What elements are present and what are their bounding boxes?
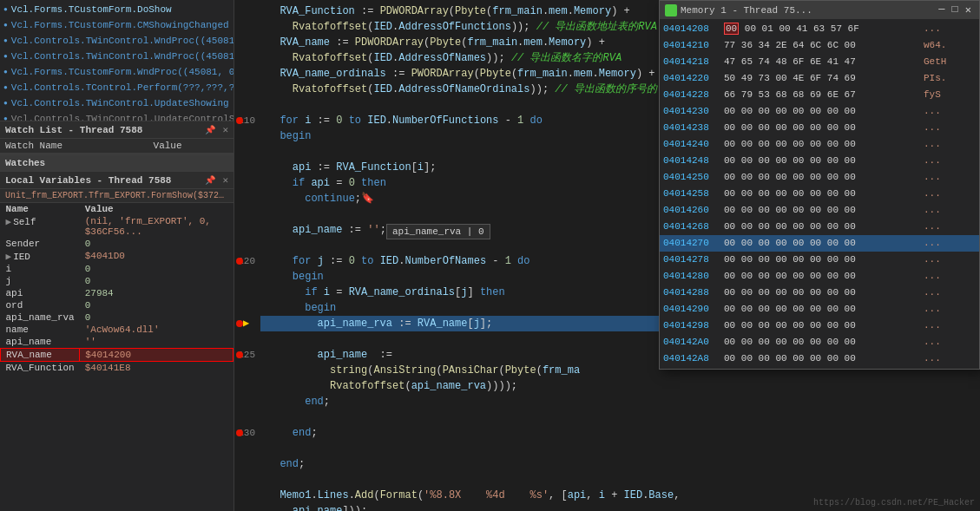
memory-ascii: ...: [924, 219, 976, 234]
local-name-cell: Name: [1, 203, 80, 215]
memory-bytes: 00 00 00 00 00 00 00 00: [724, 285, 924, 300]
memory-icon: [665, 4, 677, 16]
memory-address: 04014250: [663, 170, 724, 185]
line-gutter: [234, 456, 260, 472]
memory-titlebar-left: Memory 1 - Thread 75...: [665, 4, 812, 16]
code-content: end;: [260, 425, 980, 441]
memory-row[interactable]: 0401423000 00 00 00 00 00 00 00...: [660, 103, 979, 120]
call-stack-item[interactable]: Vcl.Forms.TCustomForm.DoShow: [0, 2, 233, 17]
local-name-cell: ▶Self: [1, 215, 80, 238]
locals-pin-icon[interactable]: 📌: [205, 175, 215, 186]
line-gutter: [234, 3, 260, 19]
memory-row[interactable]: 0401422866 79 53 68 68 69 6E 67fyS: [660, 87, 979, 103]
memory-ascii: ...: [924, 104, 976, 119]
local-value-cell: 0: [80, 299, 233, 311]
memory-minimize-button[interactable]: ─: [936, 3, 947, 16]
memory-ascii: ...: [924, 318, 976, 333]
watch-close-icon[interactable]: ✕: [222, 124, 228, 135]
call-stack-item[interactable]: Vcl.Forms.TCustomForm.WndProc((45081, 0,…: [0, 64, 233, 80]
memory-controls: ─ □ ✕: [936, 3, 974, 16]
call-stack-item[interactable]: Vcl.Forms.TCustomForm.CMShowingChanged: [0, 17, 233, 33]
left-panel: Vcl.Forms.TCustomForm.DoShow Vcl.Forms.T…: [0, 0, 234, 511]
line-gutter: [234, 82, 260, 97]
locals-subtitle: Unit_frm_EXPORT.Tfrm_EXPORT.FormShow($37…: [5, 191, 229, 200]
memory-row[interactable]: 0401426800 00 00 00 00 00 00 00...: [660, 219, 979, 235]
call-stack-item[interactable]: Vcl.Controls.TControl.Perform(???,???,??…: [0, 80, 233, 95]
code-area[interactable]: RVA_Function := PDWORDArray(Pbyte(frm_ma…: [234, 0, 980, 511]
memory-address: 04014220: [663, 71, 724, 86]
call-stack-item[interactable]: Vcl.Controls.TWinControl.UpdateControlSt…: [0, 111, 233, 121]
memory-bytes: 77 36 34 2E 64 6C 6C 00: [724, 38, 924, 53]
memory-close-button[interactable]: ✕: [963, 3, 974, 16]
pin-icon[interactable]: 📌: [205, 125, 215, 135]
watch-list-title: Watch List - Thread 7588: [5, 125, 142, 135]
memory-row[interactable]: 0401426000 00 00 00 00 00 00 00...: [660, 202, 979, 219]
watches-label: Watches: [0, 154, 233, 172]
call-stack-item[interactable]: Vcl.Controls.TWinControl.WndProc((45081,…: [0, 33, 233, 49]
memory-row[interactable]: 0401424800 00 00 00 00 00 00 00...: [660, 153, 979, 169]
line-gutter: [234, 144, 260, 160]
local-value-cell: 'AcWow64.dll': [80, 324, 233, 336]
memory-row[interactable]: 0401427800 00 00 00 00 00 00 00...: [660, 252, 979, 268]
code-line: end;: [234, 456, 980, 472]
local-value-cell: Value: [80, 203, 233, 215]
memory-window[interactable]: Memory 1 - Thread 75... ─ □ ✕ 0401420800…: [659, 0, 980, 370]
breakpoint-dot[interactable]: [236, 117, 243, 124]
code-content: [260, 409, 980, 425]
memory-row[interactable]: 0401427000 00 00 00 00 00 00 00...: [660, 235, 979, 252]
memory-row[interactable]: 0401425800 00 00 00 00 00 00 00...: [660, 186, 979, 202]
memory-row[interactable]: 040142A800 00 00 00 00 00 00 00...: [660, 350, 979, 367]
memory-row[interactable]: 0401423800 00 00 00 00 00 00 00...: [660, 120, 979, 136]
memory-bytes: 00 00 00 00 00 00 00 00: [724, 203, 924, 218]
memory-bytes: 00 00 00 00 00 00 00 00: [724, 170, 924, 185]
memory-ascii: ...: [924, 170, 976, 185]
breakpoint-dot[interactable]: [236, 258, 243, 265]
memory-ascii: ...: [924, 285, 976, 300]
local-value-cell: $40141E8: [80, 362, 233, 375]
memory-row[interactable]: 0401429800 00 00 00 00 00 00 00...: [660, 318, 979, 334]
memory-bytes: 00 00 00 00 00 00 00 00: [724, 187, 924, 201]
memory-row[interactable]: 0401424000 00 00 00 00 00 00 00...: [660, 136, 979, 153]
line-gutter: 125: [234, 347, 260, 363]
line-gutter: [234, 285, 260, 300]
memory-bytes: 00 00 00 00 00 00 00 00: [724, 302, 924, 317]
local-value-cell: 0: [80, 263, 233, 275]
memory-title: Memory 1 - Thread 75...: [681, 5, 812, 16]
memory-address: 04014230: [663, 104, 724, 119]
locals-panel: Local Variables - Thread 7588 📌 ✕ Unit_f…: [0, 172, 233, 511]
code-line: Rvatofoffset(api_name_rva))));: [234, 378, 980, 394]
call-stack-item[interactable]: Vcl.Controls.TWinControl.UpdateShowing: [0, 95, 233, 111]
call-stack-item[interactable]: Vcl.Controls.TWinControl.WndProc((45081,…: [0, 49, 233, 64]
line-gutter: [234, 206, 260, 222]
breakpoint-dot[interactable]: [236, 320, 243, 327]
code-content: Rvatofoffset(api_name_rva))));: [260, 378, 980, 394]
memory-row[interactable]: 040142A000 00 00 00 00 00 00 00...: [660, 334, 979, 350]
memory-row[interactable]: 0401421077 36 34 2E 64 6C 6C 00w64.: [660, 37, 979, 54]
memory-restore-button[interactable]: □: [950, 3, 961, 16]
memory-row[interactable]: 0401428000 00 00 00 00 00 00 00...: [660, 268, 979, 285]
memory-bytes: 00 00 00 00 00 00 00 00: [724, 351, 924, 366]
memory-ascii: ...: [924, 137, 976, 152]
memory-row[interactable]: 0401422050 49 73 00 4E 6F 74 69PIs.: [660, 70, 979, 87]
breakpoint-dot[interactable]: [236, 429, 243, 436]
local-value-cell: $4041D0: [80, 250, 233, 263]
memory-row[interactable]: 0401420800 00 01 00 41 63 57 6F...: [660, 21, 979, 37]
local-value-cell: (nil, 'frm_EXPORT', 0, $36CF56...: [80, 215, 233, 238]
memory-row[interactable]: 0401421847 65 74 48 6F 6E 41 47GetH: [660, 54, 979, 70]
line-gutter: [234, 363, 260, 378]
memory-content[interactable]: 0401420800 00 01 00 41 63 57 6F...040142…: [660, 19, 979, 369]
breakpoint-dot[interactable]: [236, 351, 243, 358]
memory-row[interactable]: 0401425000 00 00 00 00 00 00 00...: [660, 169, 979, 186]
memory-ascii: fyS: [924, 88, 976, 102]
locals-table: NameValue▶Self(nil, 'frm_EXPORT', 0, $36…: [0, 203, 233, 374]
call-stack-list: Vcl.Forms.TCustomForm.DoShow Vcl.Forms.T…: [0, 0, 233, 121]
code-line: api_name]));: [234, 503, 980, 511]
line-gutter: 120: [234, 253, 260, 269]
memory-row[interactable]: 0401429000 00 00 00 00 00 00 00...: [660, 301, 979, 318]
code-line: 130 end;: [234, 425, 980, 441]
locals-close-icon[interactable]: ✕: [222, 174, 228, 186]
local-value-cell: 27984: [80, 287, 233, 299]
line-gutter: [234, 409, 260, 425]
memory-row[interactable]: 0401428800 00 00 00 00 00 00 00...: [660, 285, 979, 301]
memory-ascii: ...: [924, 236, 976, 251]
